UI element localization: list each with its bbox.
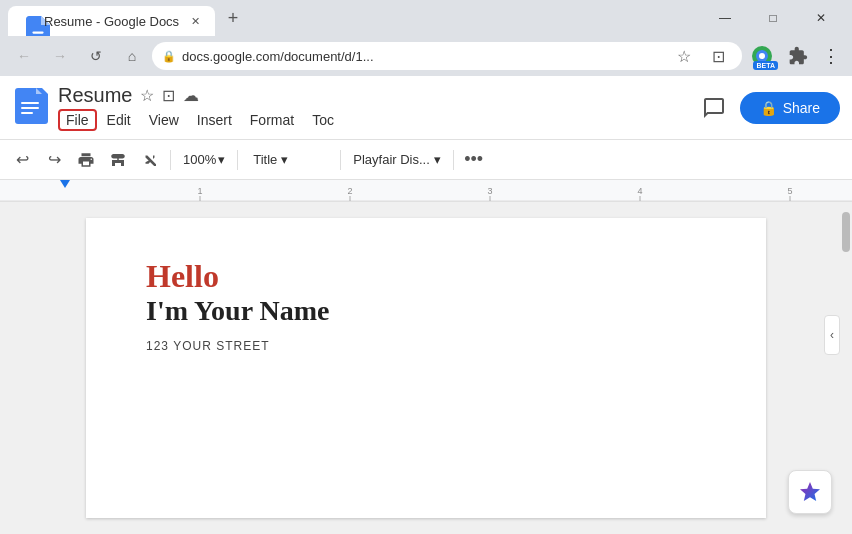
zoom-value: 100% xyxy=(183,152,216,167)
document-page[interactable]: Hello I'm Your Name 123 YOUR STREET xyxy=(86,218,766,518)
menu-bar: File Edit View Insert Format Toc xyxy=(58,109,686,131)
svg-text:4: 4 xyxy=(637,186,642,196)
sidebar-toggle-button[interactable]: ‹ xyxy=(824,315,840,355)
app-header: Resume ☆ ⊡ ☁ File Edit View Insert Forma… xyxy=(0,76,852,140)
tab-title: Resume - Google Docs xyxy=(44,14,179,29)
forward-button[interactable]: → xyxy=(44,40,76,72)
ai-assistant-button[interactable] xyxy=(788,470,832,514)
back-button[interactable]: ← xyxy=(8,40,40,72)
doc-title-area: Resume ☆ ⊡ ☁ File Edit View Insert Forma… xyxy=(58,84,686,131)
share-label: Share xyxy=(783,100,820,116)
share-button[interactable]: 🔒 Share xyxy=(740,92,840,124)
extensions-button[interactable] xyxy=(782,40,814,72)
close-button[interactable]: ✕ xyxy=(798,3,844,33)
minimize-button[interactable]: — xyxy=(702,3,748,33)
paint-format-button[interactable] xyxy=(104,146,132,174)
tab-close-button[interactable]: ✕ xyxy=(187,13,203,29)
hello-text: Hello xyxy=(146,258,706,295)
paragraph-style-selector[interactable]: Title ▾ xyxy=(244,147,334,172)
undo-button[interactable]: ↩ xyxy=(8,146,36,174)
tab-favicon xyxy=(20,13,36,29)
docs-app-icon xyxy=(12,88,48,128)
your-name-text: I'm Your Name xyxy=(146,295,706,327)
svg-text:5: 5 xyxy=(787,186,792,196)
ruler-left-margin-indicator xyxy=(60,180,70,188)
svg-rect-3 xyxy=(21,102,39,104)
ruler-inner: 1 2 3 4 5 xyxy=(0,180,852,201)
toolbar-divider-1 xyxy=(170,150,171,170)
format-menu[interactable]: Format xyxy=(242,109,302,131)
style-dropdown-icon: ▾ xyxy=(281,152,288,167)
cloud-status-icon: ☁ xyxy=(183,86,199,105)
move-document-button[interactable]: ⊡ xyxy=(162,86,175,105)
style-value: Title xyxy=(253,152,277,167)
header-right: 🔒 Share xyxy=(696,90,840,126)
capture-button[interactable]: ⊡ xyxy=(704,42,732,70)
font-value: Playfair Dis... xyxy=(353,152,430,167)
comments-button[interactable] xyxy=(696,90,732,126)
address-text: 123 YOUR STREET xyxy=(146,339,706,353)
extensions-area: BETA ⋮ xyxy=(746,40,844,72)
toolbar: ↩ ↪ 100% ▾ Title ▾ Playfair xyxy=(0,140,852,180)
svg-rect-4 xyxy=(21,107,39,109)
vertical-scrollbar-thumb[interactable] xyxy=(842,212,850,252)
svg-point-2 xyxy=(759,53,765,59)
vertical-scrollbar[interactable] xyxy=(840,202,852,534)
tools-menu[interactable]: Toc xyxy=(304,109,342,131)
beta-extension-button[interactable]: BETA xyxy=(746,40,778,72)
font-selector[interactable]: Playfair Dis... ▾ xyxy=(347,148,447,171)
font-dropdown-icon: ▾ xyxy=(434,152,441,167)
insert-menu[interactable]: Insert xyxy=(189,109,240,131)
file-menu[interactable]: File xyxy=(58,109,97,131)
clear-formatting-button[interactable] xyxy=(136,146,164,174)
window-controls: — □ ✕ xyxy=(702,3,844,33)
tab-area: Resume - Google Docs ✕ + xyxy=(8,0,698,36)
url-bar[interactable]: 🔒 docs.google.com/document/d/1... ☆ ⊡ xyxy=(152,42,742,70)
view-menu[interactable]: View xyxy=(141,109,187,131)
lock-icon: 🔒 xyxy=(162,50,176,63)
ruler: 1 2 3 4 5 xyxy=(0,180,852,202)
chrome-menu-button[interactable]: ⋮ xyxy=(818,45,844,67)
toolbar-divider-3 xyxy=(340,150,341,170)
zoom-selector[interactable]: 100% ▾ xyxy=(177,148,231,171)
maximize-button[interactable]: □ xyxy=(750,3,796,33)
print-button[interactable] xyxy=(72,146,100,174)
more-toolbar-button[interactable]: ••• xyxy=(460,145,487,174)
zoom-dropdown-icon: ▾ xyxy=(218,152,225,167)
star-document-button[interactable]: ☆ xyxy=(140,86,154,105)
refresh-button[interactable]: ↺ xyxy=(80,40,112,72)
svg-text:3: 3 xyxy=(487,186,492,196)
title-bar: Resume - Google Docs ✕ + — □ ✕ xyxy=(0,0,852,36)
redo-button[interactable]: ↪ xyxy=(40,146,68,174)
document-area[interactable]: Hello I'm Your Name 123 YOUR STREET xyxy=(0,202,852,534)
toolbar-divider-4 xyxy=(453,150,454,170)
url-text: docs.google.com/document/d/1... xyxy=(182,49,664,64)
new-tab-button[interactable]: + xyxy=(219,4,247,32)
home-button[interactable]: ⌂ xyxy=(116,40,148,72)
address-bar: ← → ↺ ⌂ 🔒 docs.google.com/document/d/1..… xyxy=(0,36,852,76)
svg-rect-5 xyxy=(21,112,33,114)
svg-text:2: 2 xyxy=(347,186,352,196)
toolbar-divider-2 xyxy=(237,150,238,170)
active-tab[interactable]: Resume - Google Docs ✕ xyxy=(8,6,215,36)
edit-menu[interactable]: Edit xyxy=(99,109,139,131)
svg-text:1: 1 xyxy=(197,186,202,196)
doc-title-row: Resume ☆ ⊡ ☁ xyxy=(58,84,686,107)
window-frame: Resume - Google Docs ✕ + — □ ✕ ← → ↺ ⌂ 🔒… xyxy=(0,0,852,534)
document-title[interactable]: Resume xyxy=(58,84,132,107)
document-scroll-area[interactable]: Hello I'm Your Name 123 YOUR STREET xyxy=(0,202,852,534)
share-lock-icon: 🔒 xyxy=(760,100,777,116)
bookmark-button[interactable]: ☆ xyxy=(670,42,698,70)
